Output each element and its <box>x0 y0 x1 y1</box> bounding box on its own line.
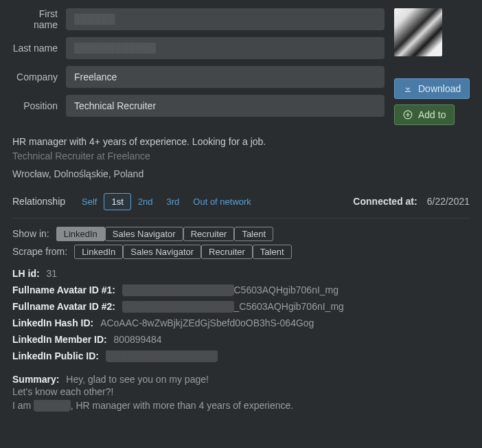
public-id-key: LinkedIn Public ID: <box>12 350 99 361</box>
hash-id-row: LinkedIn Hash ID: ACoAAC-8wZwBjkjZEdGjSb… <box>12 317 470 328</box>
show-in-option-recruiter[interactable]: Recruiter <box>183 227 235 241</box>
download-label: Download <box>418 83 461 94</box>
position-label: Position <box>12 100 66 111</box>
scrape-from-row: Scrape from: LinkedInSales NavigatorRecr… <box>12 246 470 257</box>
lh-id-key: LH id: <box>12 268 40 279</box>
relationship-label: Relationship <box>12 196 65 207</box>
show-in-row: Show in: LinkedInSales NavigatorRecruite… <box>12 228 470 239</box>
download-button[interactable]: Download <box>394 78 470 99</box>
avatar-id-2-row: Fullname Avatar ID #2: ████████████████_… <box>12 301 470 312</box>
lh-id-value: 31 <box>47 268 58 279</box>
avatar-id-2-key: Fullname Avatar ID #2: <box>12 301 115 312</box>
member-id-value: 800899484 <box>114 334 162 345</box>
addto-label: Add to <box>418 109 446 120</box>
first-name-label: First name <box>12 8 66 30</box>
hash-id-key: LinkedIn Hash ID: <box>12 317 93 328</box>
subhead: Technical Recruiter at Freelance <box>12 150 470 161</box>
relationship-row: Relationship Self1st2nd3rdOut of network… <box>12 196 470 207</box>
show-in-option-sales-navigator[interactable]: Sales Navigator <box>105 227 183 241</box>
show-in-label: Show in: <box>12 228 49 239</box>
member-id-key: LinkedIn Member ID: <box>12 334 107 345</box>
connected-at-date: 6/22/2021 <box>427 196 470 207</box>
show-in-option-talent[interactable]: Talent <box>234 227 273 241</box>
summary-line-1: Hey, glad to see you on my page! <box>66 374 209 385</box>
scrape-from-label: Scrape from: <box>12 246 67 257</box>
location: Wrocław, Dolnośląskie, Poland <box>12 168 470 179</box>
avatar-id-1-suffix: C5603AQHgib706nI_mg <box>234 284 339 295</box>
avatar-id-2-suffix: _C5603AQHgib706nI_mg <box>234 301 344 312</box>
last-name-label: Last name <box>12 43 66 54</box>
member-id-row: LinkedIn Member ID: 800899484 <box>12 334 470 345</box>
public-id-row: LinkedIn Public ID: ████████████████ <box>12 350 470 361</box>
hash-id-value: ACoAAC-8wZwBjkjZEdGjSbefd0oOB3hS-064Gog <box>100 317 314 328</box>
first-name-input[interactable] <box>66 8 385 30</box>
download-icon <box>403 84 413 93</box>
avatar <box>394 8 442 56</box>
summary-line-3: I am █████, HR manager with more than 4 … <box>12 399 470 412</box>
summary-line-2: Let's know each other?! <box>12 385 470 399</box>
scrape-from-option-talent[interactable]: Talent <box>253 245 292 259</box>
summary-key: Summary: <box>12 374 59 385</box>
avatar-id-1-row: Fullname Avatar ID #1: ████████████████C… <box>12 284 470 295</box>
profile-form: First name Last name Company Position <box>12 8 385 131</box>
headline: HR manager with 4+ years of experience. … <box>12 135 470 149</box>
relationship-option-1st[interactable]: 1st <box>104 193 130 210</box>
public-id-redacted: ████████████████ <box>106 350 218 361</box>
avatar-id-1-key: Fullname Avatar ID #1: <box>12 284 115 295</box>
avatar-id-1-redacted: ████████████████ <box>122 284 234 295</box>
scrape-from-option-recruiter[interactable]: Recruiter <box>201 245 253 259</box>
company-label: Company <box>12 71 66 82</box>
scrape-from-option-sales-navigator[interactable]: Sales Navigator <box>123 245 201 259</box>
last-name-input[interactable] <box>66 37 385 59</box>
relationship-option-2nd[interactable]: 2nd <box>131 194 160 210</box>
relationship-option-3rd[interactable]: 3rd <box>160 194 187 210</box>
show-in-option-linkedin[interactable]: LinkedIn <box>56 227 105 241</box>
relationship-option-out-of-network[interactable]: Out of network <box>186 194 258 210</box>
scrape-from-option-linkedin[interactable]: LinkedIn <box>74 245 123 259</box>
section-divider <box>12 218 470 219</box>
relationship-option-self[interactable]: Self <box>75 194 104 210</box>
avatar-id-2-redacted: ████████████████ <box>122 301 234 312</box>
plus-circle-icon <box>403 110 413 120</box>
company-input[interactable] <box>66 66 385 88</box>
addto-button[interactable]: Add to <box>394 104 455 125</box>
lh-id-row: LH id: 31 <box>12 268 470 279</box>
connected-at-label: Connected at: <box>353 196 417 207</box>
position-input[interactable] <box>66 95 385 117</box>
